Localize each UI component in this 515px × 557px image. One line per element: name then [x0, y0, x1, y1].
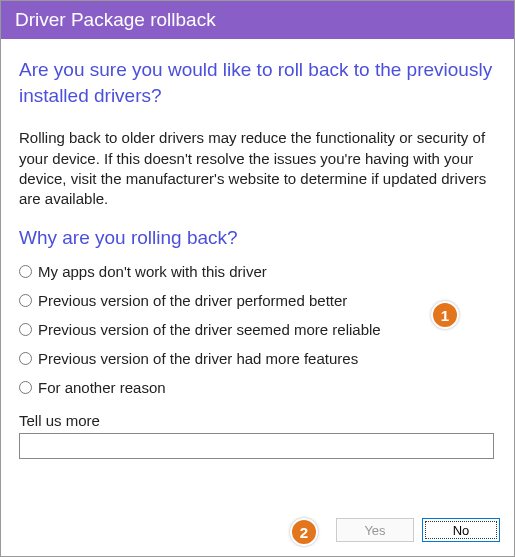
reason-label-features: Previous version of the driver had more …	[38, 350, 358, 367]
reason-radio-reliable[interactable]	[19, 323, 32, 336]
reason-radio-features[interactable]	[19, 352, 32, 365]
confirm-heading: Are you sure you would like to roll back…	[19, 57, 496, 108]
tellus-label: Tell us more	[19, 412, 496, 429]
reason-label-reliable: Previous version of the driver seemed mo…	[38, 321, 381, 338]
reason-radio-group: My apps don't work with this driver Prev…	[19, 263, 496, 396]
callout-2-icon: 2	[290, 518, 318, 546]
reason-label-performance: Previous version of the driver performed…	[38, 292, 347, 309]
reason-option-apps[interactable]: My apps don't work with this driver	[19, 263, 496, 280]
reason-option-performance[interactable]: Previous version of the driver performed…	[19, 292, 496, 309]
no-button[interactable]: No	[422, 518, 500, 542]
reason-radio-apps[interactable]	[19, 265, 32, 278]
tellus-input[interactable]	[19, 433, 494, 459]
reason-radio-performance[interactable]	[19, 294, 32, 307]
reason-heading: Why are you rolling back?	[19, 227, 496, 249]
driver-rollback-dialog: Driver Package rollback Are you sure you…	[0, 0, 515, 557]
reason-label-other: For another reason	[38, 379, 166, 396]
reason-option-features[interactable]: Previous version of the driver had more …	[19, 350, 496, 367]
yes-button: Yes	[336, 518, 414, 542]
reason-option-reliable[interactable]: Previous version of the driver seemed mo…	[19, 321, 496, 338]
reason-option-other[interactable]: For another reason	[19, 379, 496, 396]
warning-text: Rolling back to older drivers may reduce…	[19, 128, 496, 209]
reason-label-apps: My apps don't work with this driver	[38, 263, 267, 280]
callout-1-icon: 1	[431, 301, 459, 329]
dialog-titlebar: Driver Package rollback	[1, 1, 514, 39]
reason-radio-other[interactable]	[19, 381, 32, 394]
dialog-footer: Yes No	[1, 508, 514, 556]
dialog-content: Are you sure you would like to roll back…	[1, 39, 514, 508]
